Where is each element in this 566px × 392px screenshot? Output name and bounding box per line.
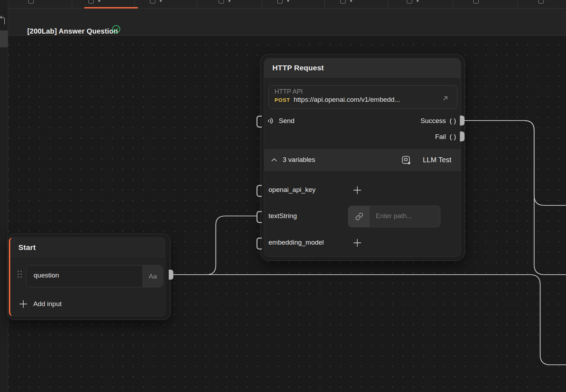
variable-name: embedding_model bbox=[268, 239, 324, 246]
fail-port-type: ( ) bbox=[450, 133, 456, 140]
tab-separator bbox=[262, 0, 262, 8]
tab-6-icon[interactable] bbox=[340, 0, 346, 4]
tab-separator bbox=[388, 0, 388, 8]
tab-2-badge bbox=[98, 0, 100, 2]
variable-name: openai_api_key bbox=[268, 186, 316, 194]
http-url-text: https://api.openai.com/v1/embedd... bbox=[294, 96, 400, 104]
check-circle-icon bbox=[112, 25, 121, 34]
send-signal-icon bbox=[267, 117, 274, 124]
http-method-badge: POST bbox=[275, 97, 290, 103]
tab-separator bbox=[197, 0, 197, 8]
variables-section-bar[interactable]: 3 variables LLM Test bbox=[264, 148, 461, 172]
http-api-box[interactable]: HTTP API POST https://api.openai.com/v1/… bbox=[268, 85, 457, 109]
success-output-port[interactable] bbox=[460, 116, 464, 125]
input-type-badge[interactable]: Aa bbox=[143, 265, 163, 287]
textstring-input-port[interactable] bbox=[256, 211, 262, 223]
path-input-field[interactable]: Enter path... bbox=[348, 206, 440, 227]
flow-title: [200Lab] Answer Question bbox=[27, 27, 118, 35]
question-output-port[interactable] bbox=[169, 270, 173, 280]
llm-test-icon[interactable] bbox=[402, 155, 411, 165]
tab-9-icon[interactable] bbox=[538, 0, 544, 4]
http-request-card: HTTP Request HTTP API POST https://api.o… bbox=[264, 58, 461, 257]
send-port-label: Send bbox=[279, 117, 294, 125]
plus-icon bbox=[19, 299, 28, 309]
path-placeholder: Enter path... bbox=[376, 212, 412, 220]
add-input-label: Add input bbox=[33, 300, 62, 308]
tab-4-badge bbox=[229, 0, 230, 2]
send-input-port[interactable] bbox=[256, 116, 262, 128]
success-port-label: Success ( ) bbox=[421, 117, 456, 125]
active-tab-underline bbox=[84, 7, 138, 8]
variable-name: textString bbox=[268, 212, 297, 220]
flow-header: [200Lab] Answer Question bbox=[8, 8, 566, 36]
variables-summary: 3 variables bbox=[283, 156, 315, 164]
add-value-button[interactable] bbox=[353, 238, 362, 247]
input-name-field[interactable]: question Aa bbox=[26, 265, 163, 287]
llm-test-button[interactable]: LLM Test bbox=[423, 156, 451, 164]
tab-separator bbox=[72, 0, 72, 8]
toolbar-selected-item[interactable] bbox=[0, 30, 8, 47]
link-icon bbox=[355, 212, 363, 221]
tab-separator bbox=[324, 0, 325, 8]
embedding-model-input-port[interactable] bbox=[256, 238, 262, 250]
tab-5-badge bbox=[287, 0, 289, 2]
http-node-title: HTTP Request bbox=[272, 64, 324, 72]
start-node-header[interactable]: Start bbox=[10, 238, 165, 259]
tab-8-icon[interactable] bbox=[473, 0, 479, 4]
tab-separator bbox=[453, 0, 453, 8]
tab-3-badge bbox=[160, 0, 162, 2]
start-card: Start question Aa Add input bbox=[9, 237, 165, 316]
drag-handle-icon[interactable] bbox=[18, 271, 22, 277]
tab-7-icon[interactable] bbox=[407, 0, 412, 4]
tab-2-icon[interactable] bbox=[88, 0, 94, 4]
flow-editor: { "chrome": { "tab_count": 8, "active_un… bbox=[0, 0, 566, 392]
input-name-value: question bbox=[34, 271, 59, 279]
http-request-node[interactable]: HTTP Request HTTP API POST https://api.o… bbox=[260, 54, 465, 261]
tab-separator bbox=[517, 0, 518, 8]
tab-1-icon[interactable] bbox=[28, 0, 34, 4]
http-node-header[interactable]: HTTP Request bbox=[264, 58, 461, 78]
tab-5-icon[interactable] bbox=[277, 0, 283, 4]
left-toolbar bbox=[0, 0, 8, 392]
chevron-up-icon[interactable] bbox=[271, 158, 277, 162]
http-api-label: HTTP API bbox=[275, 88, 303, 95]
tab-4-icon[interactable] bbox=[219, 0, 224, 4]
back-arrow-icon[interactable] bbox=[0, 15, 6, 25]
tab-6-badge bbox=[350, 0, 352, 2]
link-segment[interactable] bbox=[348, 206, 370, 227]
openai-api-key-input-port[interactable] bbox=[256, 185, 262, 197]
success-port-type: ( ) bbox=[450, 117, 456, 124]
tab-7-badge bbox=[417, 0, 418, 2]
start-node-title: Start bbox=[18, 243, 36, 252]
fail-port-label: Fail ( ) bbox=[435, 133, 456, 141]
add-value-button[interactable] bbox=[353, 186, 362, 195]
tab-3-icon[interactable] bbox=[150, 0, 155, 4]
open-external-icon[interactable] bbox=[442, 95, 449, 101]
start-node[interactable]: Start question Aa Add input bbox=[7, 234, 171, 320]
fail-output-port[interactable] bbox=[460, 131, 464, 141]
